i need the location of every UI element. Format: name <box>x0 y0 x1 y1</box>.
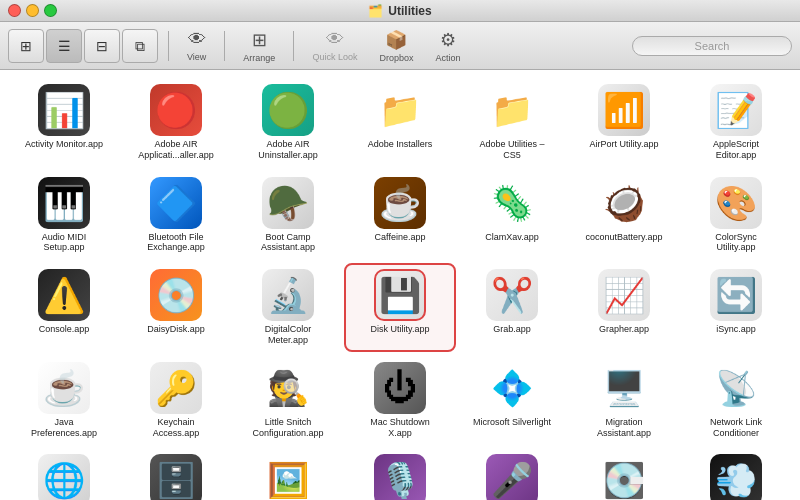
app-label-adobe-air-uninstall: Adobe AIR Uninstaller.app <box>248 139 328 161</box>
action-icon: ⚙ <box>440 29 456 51</box>
app-label-console: Console.app <box>39 324 90 335</box>
toolbar-sep-2 <box>224 31 225 61</box>
app-icon-daisydisk: 💿 <box>150 269 202 321</box>
app-item-network-link[interactable]: 📡Network Link Conditioner <box>682 358 790 443</box>
app-item-picasa[interactable]: 🖼️PicasaUploaderDesktop.app <box>234 450 342 500</box>
app-item-caffeine[interactable]: ☕Caffeine.app <box>346 173 454 258</box>
app-icon-bootcamp: 🪖 <box>262 177 314 229</box>
app-item-daisydisk[interactable]: 💿DaisyDisk.app <box>122 265 230 350</box>
close-button[interactable] <box>8 4 21 17</box>
app-label-mac-shutdown: Mac Shutdown X.app <box>360 417 440 439</box>
titlebar: 🗂️ Utilities <box>0 0 800 22</box>
app-label-adobe-utilities: Adobe Utilities – CS5 <box>472 139 552 161</box>
app-item-keychain[interactable]: 🔑Keychain Access.app <box>122 358 230 443</box>
app-label-silverlight: Microsoft Silverlight <box>473 417 551 428</box>
view-toolbar-btn[interactable]: 👁 View <box>179 26 214 66</box>
window-controls[interactable] <box>8 4 57 17</box>
dropbox-toolbar-btn[interactable]: 📦 Dropbox <box>371 26 421 66</box>
app-label-adobe-air-app: Adobe AIR Applicati...aller.app <box>136 139 216 161</box>
app-item-adobe-utilities[interactable]: 📁Adobe Utilities – CS5 <box>458 80 566 165</box>
app-item-migration[interactable]: 🖥️Migration Assistant.app <box>570 358 678 443</box>
folder-icon: 🗂️ <box>368 4 383 18</box>
app-item-adobe-installers[interactable]: 📁Adobe Installers <box>346 80 454 165</box>
minimize-button[interactable] <box>26 4 39 17</box>
app-label-airport-utility: AirPort Utility.app <box>590 139 659 150</box>
app-item-network-utility[interactable]: 🌐Network Utility.app <box>10 450 118 500</box>
arrange-icon: ⊞ <box>252 29 267 51</box>
action-label: Action <box>435 53 460 63</box>
toolbar-sep-1 <box>168 31 169 61</box>
list-view-icon: ☰ <box>58 39 71 53</box>
app-label-colorsync: ColorSync Utility.app <box>696 232 776 254</box>
app-label-clamxav: ClamXav.app <box>485 232 538 243</box>
view-icon-btn[interactable]: ⊞ <box>8 29 44 63</box>
app-item-grapher[interactable]: 📈Grapher.app <box>570 265 678 350</box>
app-icon-adobe-air-app: 🔴 <box>150 84 202 136</box>
app-label-isync: iSync.app <box>716 324 756 335</box>
app-icon-adobe-air-uninstall: 🟢 <box>262 84 314 136</box>
app-item-podcast-publisher[interactable]: 🎤Podcast Publisher.app <box>458 450 566 500</box>
app-icon-colorsync: 🎨 <box>710 177 762 229</box>
app-item-coconutbattery[interactable]: 🥥coconutBattery.app <box>570 173 678 258</box>
app-icon-picasa: 🖼️ <box>262 454 314 500</box>
app-icon-raid-utility: 💽 <box>598 454 650 500</box>
app-item-bootcamp[interactable]: 🪖Boot Camp Assistant.app <box>234 173 342 258</box>
arrange-toolbar-btn[interactable]: ⊞ Arrange <box>235 26 283 66</box>
app-item-paragon[interactable]: 🗄️Paragon NTFS for Mac OS X <box>122 450 230 500</box>
app-item-silverlight[interactable]: 💠Microsoft Silverlight <box>458 358 566 443</box>
app-label-daisydisk: DaisyDisk.app <box>147 324 205 335</box>
action-toolbar-btn[interactable]: ⚙ Action <box>427 26 468 66</box>
maximize-button[interactable] <box>44 4 57 17</box>
app-icon-silverlight: 💠 <box>486 362 538 414</box>
view-cover-btn[interactable]: ⧉ <box>122 29 158 63</box>
app-icon-network-link: 📡 <box>710 362 762 414</box>
app-icon-airport-utility: 📶 <box>598 84 650 136</box>
toolbar-sep-3 <box>293 31 294 61</box>
app-item-applescript-editor[interactable]: 📝AppleScript Editor.app <box>682 80 790 165</box>
view-label: View <box>187 52 206 62</box>
app-icon-grab: ✂️ <box>486 269 538 321</box>
app-item-airport-utility[interactable]: 📶AirPort Utility.app <box>570 80 678 165</box>
app-label-java-prefs: Java Preferences.app <box>24 417 104 439</box>
app-label-bootcamp: Boot Camp Assistant.app <box>248 232 328 254</box>
app-item-digitalcolor[interactable]: 🔬DigitalColor Meter.app <box>234 265 342 350</box>
app-label-adobe-installers: Adobe Installers <box>368 139 433 150</box>
app-label-grapher: Grapher.app <box>599 324 649 335</box>
app-item-isync[interactable]: 🔄iSync.app <box>682 265 790 350</box>
app-item-adobe-air-uninstall[interactable]: 🟢Adobe AIR Uninstaller.app <box>234 80 342 165</box>
app-item-grab[interactable]: ✂️Grab.app <box>458 265 566 350</box>
app-item-bluetooth-file[interactable]: 🔷Bluetooth File Exchange.app <box>122 173 230 258</box>
app-item-console[interactable]: ⚠️Console.app <box>10 265 118 350</box>
app-item-audio-midi[interactable]: 🎹Audio MIDI Setup.app <box>10 173 118 258</box>
app-icon-caffeine: ☕ <box>374 177 426 229</box>
icon-view-icon: ⊞ <box>20 39 32 53</box>
app-item-podcast-capture[interactable]: 🎙️Podcast Capture.app <box>346 450 454 500</box>
search-input[interactable] <box>632 36 792 56</box>
app-label-disk-utility: Disk Utility.app <box>371 324 430 335</box>
app-item-adobe-air-app[interactable]: 🔴Adobe AIR Applicati...aller.app <box>122 80 230 165</box>
app-icon-applescript-editor: 📝 <box>710 84 762 136</box>
app-item-little-snitch[interactable]: 🕵️Little Snitch Configuration.app <box>234 358 342 443</box>
app-item-disk-utility[interactable]: 💾Disk Utility.app <box>346 265 454 350</box>
app-label-migration: Migration Assistant.app <box>584 417 664 439</box>
app-item-raid-utility[interactable]: 💽RAID Utility.app <box>570 450 678 500</box>
app-item-colorsync[interactable]: 🎨ColorSync Utility.app <box>682 173 790 258</box>
app-item-mac-shutdown[interactable]: ⏻Mac Shutdown X.app <box>346 358 454 443</box>
app-icon-paragon: 🗄️ <box>150 454 202 500</box>
view-list-btn[interactable]: ☰ <box>46 29 82 63</box>
app-label-audio-midi: Audio MIDI Setup.app <box>24 232 104 254</box>
app-item-java-prefs[interactable]: ☕Java Preferences.app <box>10 358 118 443</box>
app-label-keychain: Keychain Access.app <box>136 417 216 439</box>
app-icon-bluetooth-file: 🔷 <box>150 177 202 229</box>
window-title: Utilities <box>388 4 431 18</box>
app-item-clamxav[interactable]: 🦠ClamXav.app <box>458 173 566 258</box>
dropbox-icon: 📦 <box>385 29 407 51</box>
quicklook-toolbar-btn[interactable]: 👁 Quick Look <box>304 26 365 66</box>
app-icon-disk-utility: 💾 <box>374 269 426 321</box>
app-item-activity-monitor[interactable]: 📊Activity Monitor.app <box>10 80 118 165</box>
app-icon-audio-midi: 🎹 <box>38 177 90 229</box>
app-icon-clamxav: 🦠 <box>486 177 538 229</box>
dropbox-label: Dropbox <box>379 53 413 63</box>
view-col-btn[interactable]: ⊟ <box>84 29 120 63</box>
app-item-smcfan[interactable]: 💨smcFanControl.app <box>682 450 790 500</box>
